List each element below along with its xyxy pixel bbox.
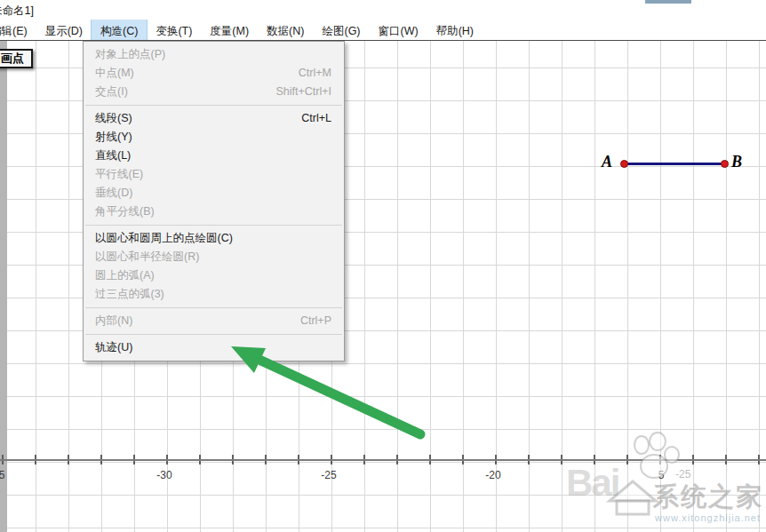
x-axis-tick-label: -30 [156,469,172,481]
menu-separator [85,307,342,308]
menu-item-label: 直线(L) [95,147,131,165]
point-tool-button[interactable]: 画点 [0,49,33,68]
menu-item-label: 过三点的弧(3) [95,285,164,304]
menu-item-label: 垂线(D) [95,184,132,202]
menu-item-4[interactable]: 度量(M) [201,20,258,40]
construct-menu-item-2: 交点(I)Shift+Ctrl+I [84,83,344,101]
construct-menu-item-5[interactable]: 射线(Y) [84,128,344,147]
construct-menu-dropdown: 对象上的点(P)中点(M)Ctrl+M交点(I)Shift+Ctrl+I线段(S… [83,41,345,361]
construct-menu-item-0: 对象上的点(P) [84,45,344,64]
x-axis-tick-label: 5 [0,469,4,481]
menu-item-shortcut: Ctrl+M [299,64,331,83]
menu-separator [85,334,342,335]
menu-item-label: 对象上的点(P) [95,45,165,64]
construct-menu-item-12: 以圆心和半径绘圆(R) [84,248,344,266]
menu-item-label: 轨迹(U) [95,338,132,357]
menu-item-3[interactable]: 变换(T) [147,20,201,40]
menu-item-shortcut: Ctrl+P [300,312,331,330]
menu-item-7[interactable]: 窗口(W) [370,20,427,40]
top-accent-bar [645,0,691,4]
menu-item-shortcut: Ctrl+L [301,109,331,128]
menu-separator [85,225,342,226]
point-a-label: A [602,153,612,171]
point-a[interactable] [620,160,628,168]
construct-menu-item-13: 圆上的弧(A) [84,266,344,285]
construct-menu-item-6[interactable]: 直线(L) [84,147,344,165]
construct-menu-item-11[interactable]: 以圆心和圆周上的点绘圆(C) [84,229,344,248]
construct-menu-item-9: 角平分线(B) [84,202,344,221]
menu-item-2[interactable]: 构造(C) [92,20,147,40]
menu-item-1[interactable]: 显示(D) [36,20,92,40]
x-axis-tick-label: -20 [485,469,500,481]
point-b[interactable] [721,160,729,168]
x-axis-tick-label: 5 [658,469,665,481]
window-title: 未命名1] [0,4,34,19]
construct-menu-item-8: 垂线(D) [84,184,344,202]
menu-item-label: 中点(M) [95,64,134,83]
construct-menu-item-1: 中点(M)Ctrl+M [84,64,344,83]
construct-menu-item-18[interactable]: 轨迹(U) [84,338,344,357]
menu-item-label: 角平分线(B) [95,202,155,221]
menu-item-label: 以圆心和半径绘圆(R) [95,248,199,266]
x-axis-line [0,459,766,461]
menu-item-8[interactable]: 帮助(H) [427,20,483,40]
construct-menu-item-7: 平行线(E) [84,165,344,184]
menu-item-label: 线段(S) [95,109,132,128]
menu-item-label: 以圆心和圆周上的点绘圆(C) [95,229,233,248]
menu-item-label: 圆上的弧(A) [95,266,155,285]
menu-item-label: 交点(I) [95,83,128,101]
construct-menu-item-14: 过三点的弧(3) [84,285,344,304]
menu-item-label: 平行线(E) [95,165,143,184]
point-b-label: B [731,153,742,171]
menu-item-shortcut: Shift+Ctrl+I [275,83,331,101]
menu-item-label: 射线(Y) [95,128,132,147]
menu-separator [85,105,342,106]
segment-ab[interactable] [625,163,725,165]
menu-item-6[interactable]: 绘图(G) [313,20,369,40]
construct-menu-item-16: 内部(N)Ctrl+P [84,312,344,330]
construct-menu-item-4[interactable]: 线段(S)Ctrl+L [84,109,344,128]
menu-item-5[interactable]: 数据(N) [258,20,313,40]
menu-bar: 编辑(E)显示(D)构造(C)变换(T)度量(M)数据(N)绘图(G)窗口(W)… [0,20,766,41]
menu-item-0[interactable]: 编辑(E) [0,20,36,40]
menu-item-label: 内部(N) [95,312,132,330]
x-axis-tick-label: -25 [321,469,336,481]
